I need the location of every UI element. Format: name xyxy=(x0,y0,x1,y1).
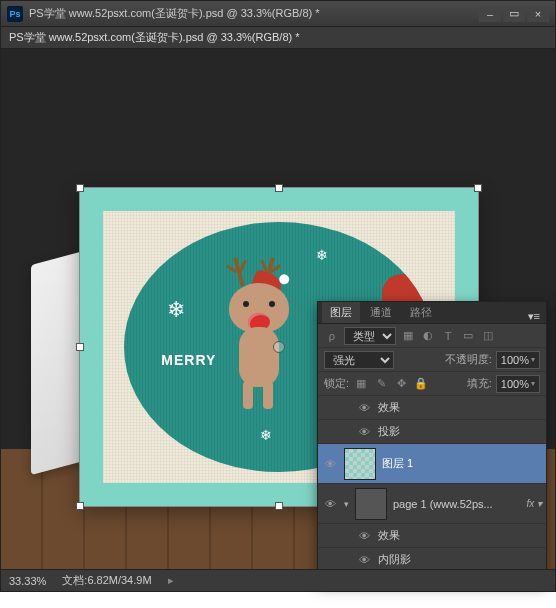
visibility-toggle-icon[interactable]: 👁 xyxy=(356,528,372,544)
layer-name: 图层 1 xyxy=(382,456,542,471)
layer-row-layer1[interactable]: 👁 图层 1 xyxy=(318,444,546,484)
titlebar: Ps PS学堂 www.52psxt.com(圣诞贺卡).psd @ 33.3%… xyxy=(1,1,555,27)
transform-handle[interactable] xyxy=(275,502,283,510)
layer-thumbnail[interactable] xyxy=(355,488,387,520)
transform-center-icon[interactable] xyxy=(273,341,285,353)
filter-type-icon[interactable]: T xyxy=(440,328,456,344)
app-icon: Ps xyxy=(7,6,23,22)
fill-label: 填充: xyxy=(467,376,492,391)
opacity-label: 不透明度: xyxy=(445,352,492,367)
layers-panel: 图层 通道 路径 ▾≡ ρ 类型 ▦ ◐ T ▭ ◫ 强光 不透明度: 100%… xyxy=(317,301,547,583)
transform-handle[interactable] xyxy=(76,184,84,192)
layer-row-page1[interactable]: 👁 ▾ page 1 (www.52ps... fx ▾ xyxy=(318,484,546,524)
filter-smart-icon[interactable]: ◫ xyxy=(480,328,496,344)
blend-mode-select[interactable]: 强光 xyxy=(324,351,394,369)
visibility-toggle-icon[interactable]: 👁 xyxy=(322,496,338,512)
filter-row: ρ 类型 ▦ ◐ T ▭ ◫ xyxy=(318,324,546,348)
transform-handle[interactable] xyxy=(474,184,482,192)
layer-name: page 1 (www.52ps... xyxy=(393,498,520,510)
search-icon[interactable]: ρ xyxy=(324,328,340,344)
window-title: PS学堂 www.52psxt.com(圣诞贺卡).psd @ 33.3%(RG… xyxy=(29,6,479,21)
lock-row: 锁定: ▦ ✎ ✥ 🔒 填充: 100%▾ xyxy=(318,372,546,396)
fill-input[interactable]: 100%▾ xyxy=(496,375,540,393)
document-tab[interactable]: PS学堂 www.52psxt.com(圣诞贺卡).psd @ 33.3%(RG… xyxy=(9,30,300,45)
filter-pixel-icon[interactable]: ▦ xyxy=(400,328,416,344)
opacity-input[interactable]: 100%▾ xyxy=(496,351,540,369)
fx-badge-icon[interactable]: fx ▾ xyxy=(526,498,542,509)
tab-layers[interactable]: 图层 xyxy=(322,302,360,323)
lock-label: 锁定: xyxy=(324,376,349,391)
blend-row: 强光 不透明度: 100%▾ xyxy=(318,348,546,372)
layer-effects-row[interactable]: 👁 效果 xyxy=(318,524,546,548)
visibility-toggle-icon[interactable]: 👁 xyxy=(356,400,372,416)
filter-kind-select[interactable]: 类型 xyxy=(344,327,396,345)
layer-name: 效果 xyxy=(378,400,542,415)
filter-shape-icon[interactable]: ▭ xyxy=(460,328,476,344)
layer-name: 内阴影 xyxy=(378,552,542,567)
transform-handle[interactable] xyxy=(275,184,283,192)
close-button[interactable]: × xyxy=(527,6,549,22)
layer-thumbnail[interactable] xyxy=(344,448,376,480)
statusbar-arrow-icon[interactable]: ▸ xyxy=(168,574,174,587)
lock-position-icon[interactable]: ✥ xyxy=(393,376,409,392)
document-tab-bar: PS学堂 www.52psxt.com(圣诞贺卡).psd @ 33.3%(RG… xyxy=(1,27,555,49)
filter-adjust-icon[interactable]: ◐ xyxy=(420,328,436,344)
lock-all-icon[interactable]: 🔒 xyxy=(413,376,429,392)
tab-paths[interactable]: 路径 xyxy=(402,302,440,323)
layer-name: 效果 xyxy=(378,528,542,543)
visibility-toggle-icon[interactable]: 👁 xyxy=(322,456,338,472)
lock-transparent-icon[interactable]: ▦ xyxy=(353,376,369,392)
statusbar: 33.33% 文档:6.82M/34.9M ▸ xyxy=(1,569,555,591)
transform-handle[interactable] xyxy=(76,502,84,510)
expand-arrow-icon[interactable]: ▾ xyxy=(344,499,349,509)
zoom-level[interactable]: 33.33% xyxy=(9,575,46,587)
panel-tabs: 图层 通道 路径 ▾≡ xyxy=(318,302,546,324)
doc-size[interactable]: 文档:6.82M/34.9M xyxy=(62,573,151,588)
visibility-toggle-icon[interactable]: 👁 xyxy=(356,424,372,440)
minimize-button[interactable]: – xyxy=(479,6,501,22)
transform-handle[interactable] xyxy=(76,343,84,351)
tab-channels[interactable]: 通道 xyxy=(362,302,400,323)
maximize-button[interactable]: ▭ xyxy=(503,6,525,22)
visibility-toggle-icon[interactable]: 👁 xyxy=(356,552,372,568)
layer-drop-shadow-row[interactable]: 👁 投影 xyxy=(318,420,546,444)
panel-menu-icon[interactable]: ▾≡ xyxy=(522,310,546,323)
layer-effects-row[interactable]: 👁 效果 xyxy=(318,396,546,420)
layer-list: 👁 效果 👁 投影 👁 图层 1 👁 ▾ page 1 (www.52ps...… xyxy=(318,396,546,572)
lock-pixels-icon[interactable]: ✎ xyxy=(373,376,389,392)
photoshop-window: Ps PS学堂 www.52psxt.com(圣诞贺卡).psd @ 33.3%… xyxy=(0,0,556,592)
layer-name: 投影 xyxy=(378,424,542,439)
